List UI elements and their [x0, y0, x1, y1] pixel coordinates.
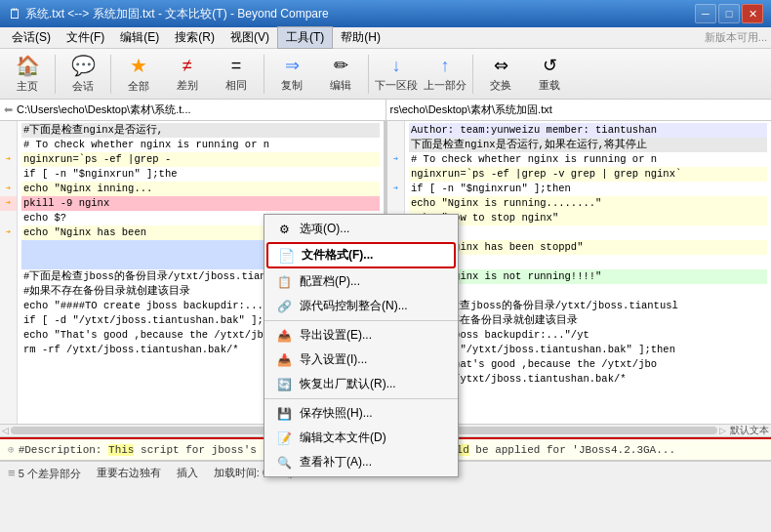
right-gutter-arrow-1: ➔	[387, 152, 404, 167]
swap-label: 交换	[490, 78, 511, 93]
gutter-arrow-2: ➔	[0, 182, 17, 196]
next-label: 下一区段	[375, 78, 418, 93]
diff-count: ≡ 5 个差异部分	[8, 466, 81, 481]
sourcecontrol-icon: 🔗	[276, 299, 292, 314]
right-scroll[interactable]: ◁ ▷ 默认文本	[417, 425, 771, 436]
address-bar: ⬅ C:\Users\echo\Desktop\素材\系统.t... rs\ec…	[0, 100, 771, 121]
home-button[interactable]: 🏠 主页	[4, 52, 51, 97]
title-bar-buttons: ─ □ ✕	[695, 4, 763, 23]
diff-line: fi	[409, 284, 767, 299]
copy-label: 复制	[281, 78, 303, 93]
menu-export[interactable]: 📤 导出设置(E)...	[264, 323, 458, 348]
diff-line: echo "Now to stop nginx"	[409, 211, 767, 225]
session-button[interactable]: 💬 会话	[60, 52, 106, 97]
diff-line: echo "Nginx inning...	[21, 182, 380, 196]
tools-menu: ⚙ 选项(O)... 📄 文件格式(F)... 📋 配置档(P)... 🔗 源代…	[264, 214, 459, 477]
title-bar: 🗒 系统.txt <--> 系统加固.txt - 文本比较(T) - Beyon…	[0, 0, 771, 27]
menu-edit[interactable]: 编辑(E)	[112, 27, 167, 48]
copy-button[interactable]: ⇒ 复制	[268, 52, 315, 97]
home-label: 主页	[17, 79, 38, 94]
maximize-button[interactable]: □	[718, 4, 740, 23]
reload-label: 重载	[539, 78, 560, 93]
reload-button[interactable]: ↺ 重载	[526, 52, 573, 97]
diff-line: lse	[409, 255, 767, 269]
menu-sep-2	[264, 398, 458, 399]
separator-2	[110, 55, 111, 94]
menu-fileformat[interactable]: 📄 文件格式(F)...	[266, 242, 456, 268]
gutter-arrow-1: ➔	[0, 152, 17, 167]
all-label: 全部	[128, 79, 149, 94]
edittext-icon: 📝	[276, 430, 292, 446]
title-bar-text: 系统.txt <--> 系统加固.txt - 文本比较(T) - Beyond …	[25, 6, 695, 22]
fileformat-icon: 📄	[278, 248, 294, 264]
swap-button[interactable]: ⇔ 交换	[477, 52, 524, 97]
minimize-button[interactable]: ─	[695, 4, 716, 23]
same-button[interactable]: = 相同	[213, 52, 260, 97]
diff-count-icon: ≡	[8, 466, 16, 480]
menu-tools[interactable]: 工具(T)	[277, 26, 333, 49]
right-address: rs\echo\Desktop\素材\系统加固.txt	[386, 100, 772, 120]
diff-icon: ≠	[183, 56, 192, 76]
separator-5	[472, 55, 473, 94]
diff-line: Author: team:yunweizu member: tiantushan	[409, 123, 767, 138]
diff-line: echo "Nginx is running........"	[409, 196, 767, 211]
restore-icon: 🔄	[276, 377, 292, 392]
diff-line: if [ -d "/ytxt/jboss.tiantushan.bak" ];t…	[409, 343, 767, 357]
separator-3	[264, 55, 264, 94]
menu-help[interactable]: 帮助(H)	[333, 27, 388, 48]
status-note: 重要右边独有	[97, 466, 161, 480]
status-mode: 插入	[177, 466, 198, 480]
diff-line: echo "That's good ,because the /ytxt/jbo	[409, 357, 767, 372]
prev-label: 上一部分	[424, 78, 467, 93]
diff-line-added: echo "Nginx is not running!!!!"	[409, 269, 767, 284]
prev-section-button[interactable]: ↑ 上一部分	[422, 52, 468, 97]
highlight-this: This	[108, 444, 134, 456]
menu-session[interactable]: 会话(S)	[4, 27, 59, 48]
same-icon: =	[231, 56, 242, 76]
diff-label: 差别	[177, 78, 198, 93]
diff-line: rm -rf /ytxt/jboss.tiantushan.bak/*	[409, 372, 767, 387]
reload-icon: ↺	[543, 55, 557, 76]
new-version-notice: 新版本可用...	[705, 30, 767, 45]
menu-sep-1	[264, 320, 458, 321]
menu-bar: 会话(S) 文件(F) 编辑(E) 搜索(R) 视图(V) 工具(T) 帮助(H…	[0, 27, 771, 49]
close-button[interactable]: ✕	[742, 4, 763, 23]
diff-line: echo "jboss backupdir:..."/yt	[409, 328, 767, 343]
viewpatch-icon: 🔍	[276, 455, 292, 471]
menu-edittext[interactable]: 📝 编辑文本文件(D)	[264, 426, 458, 450]
menu-profile[interactable]: 📋 配置档(P)...	[264, 269, 458, 294]
menu-view[interactable]: 视图(V)	[223, 27, 277, 48]
menu-snapshot[interactable]: 💾 保存快照(H)...	[264, 401, 458, 426]
export-icon: 📤	[276, 328, 292, 344]
menu-options[interactable]: ⚙ 选项(O)...	[264, 217, 458, 241]
title-bar-icon: 🗒	[8, 6, 21, 21]
next-icon: ↓	[392, 56, 401, 76]
menu-search[interactable]: 搜索(R)	[167, 27, 223, 48]
right-gutter-arrow-2: ➔	[387, 182, 404, 196]
gutter-arrow-removed: ➔	[0, 196, 17, 211]
diff-line: nginxrun=`ps -ef |grep -	[21, 152, 380, 167]
diff-line: 下面是检查nginx是否运行,如果在运行,将其停止	[409, 138, 767, 152]
all-button[interactable]: ★ 全部	[115, 52, 162, 97]
menu-restore[interactable]: 🔄 恢复出厂默认(R)...	[264, 372, 458, 396]
diff-line: nginxrun=`ps -ef |grep -v grep | grep ng…	[409, 167, 767, 182]
diff-text-icon: ⊕	[8, 443, 15, 456]
menu-sourcecontrol[interactable]: 🔗 源代码控制整合(N)...	[264, 294, 458, 318]
next-section-button[interactable]: ↓ 下一区段	[373, 52, 420, 97]
snapshot-icon: 💾	[276, 406, 292, 422]
menu-viewpatch[interactable]: 🔍 查看补丁(A)...	[264, 450, 458, 474]
separator-4	[368, 55, 369, 94]
gutter-arrow-3: ➔	[0, 225, 17, 240]
diff-button[interactable]: ≠ 差别	[164, 52, 211, 97]
diff-line: if [ -n "$nginxrun" ];the	[21, 167, 380, 182]
copy-icon: ⇒	[285, 55, 300, 76]
menu-import[interactable]: 📥 导入设置(I)...	[264, 348, 458, 372]
menu-file[interactable]: 文件(F)	[59, 27, 112, 48]
left-address: ⬅ C:\Users\echo\Desktop\素材\系统.t...	[0, 100, 386, 120]
diff-line: #如果不存在备份目录就创建该目录	[409, 313, 767, 328]
diff-line-removed: pkill -9 nginx	[21, 196, 380, 211]
right-code[interactable]: Author: team:yunweizu member: tiantushan…	[405, 121, 771, 424]
left-gutter: ➔ ➔ ➔ ➔	[0, 121, 18, 424]
prev-icon: ↑	[441, 56, 450, 76]
edit-button[interactable]: ✏ 编辑	[317, 52, 364, 97]
